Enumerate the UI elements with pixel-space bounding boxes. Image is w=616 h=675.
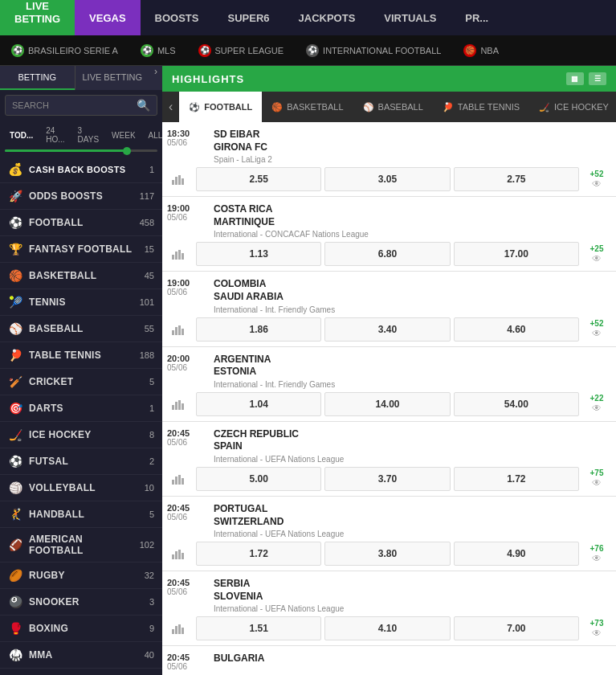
odds-btn-1-3[interactable]: 2.75 <box>454 167 579 191</box>
odds-btn-7-3[interactable]: 7.00 <box>454 616 579 640</box>
sidebar-item-fantasy-football-label: FANTASY FOOTBALL <box>29 243 138 255</box>
odds-btn-2-3[interactable]: 17.00 <box>454 242 579 266</box>
sport-filter-baseball[interactable]: ⚾ BASEBALL <box>353 92 433 122</box>
time-filter-today[interactable]: TOD... <box>5 129 38 142</box>
sport-filter-prev[interactable]: ‹ <box>162 92 179 122</box>
sidebar-item-futsal[interactable]: ⚽ FUTSAL 2 <box>0 448 162 475</box>
sport-filter-basketball[interactable]: 🏀 BASKETBALL <box>262 92 353 122</box>
stats-icon-5[interactable] <box>162 473 194 485</box>
svg-rect-10 <box>178 325 181 335</box>
nav-pr[interactable]: PR... <box>451 0 503 35</box>
match-info-1: SD EIBARGIRONA FC Spain - LaLiga 2 <box>210 122 616 167</box>
nav-virtuals[interactable]: VIRTUALS <box>369 0 451 35</box>
highlights-grid-icon[interactable]: ▦ <box>566 72 584 85</box>
matches-list: 18:30 05/06 SD EIBARGIRONA FC Spain - La… <box>162 122 616 675</box>
svg-rect-27 <box>182 628 184 634</box>
time-slider[interactable] <box>5 149 157 152</box>
odds-btn-4-1[interactable]: 1.04 <box>196 392 321 416</box>
sport-filter-table-tennis[interactable]: 🏓 TABLE TENNIS <box>433 92 529 122</box>
highlights-list-icon[interactable]: ☰ <box>589 72 606 85</box>
odds-btn-1-1[interactable]: 2.55 <box>196 167 321 191</box>
odds-row-7: 1.51 4.10 7.00 +73 👁 <box>162 616 616 645</box>
sport-tab-mls[interactable]: ⚽ MLS <box>129 35 187 65</box>
odds-btn-5-2[interactable]: 3.70 <box>324 467 450 491</box>
sidebar-item-darts[interactable]: 🎯 DARTS 1 <box>0 395 162 422</box>
odds-btn-4-3[interactable]: 54.00 <box>454 392 579 416</box>
match-card-portugal-switzerland: 20:45 05/06 PORTUGALSWITZERLAND Internat… <box>162 497 616 571</box>
nav-jackpots[interactable]: JACKPOTS <box>284 0 370 35</box>
sidebar-item-volleyball[interactable]: 🏐 VOLLEYBALL 10 <box>0 475 162 501</box>
time-filter-3days[interactable]: 3 DAYS <box>73 124 104 146</box>
odds-btn-3-1[interactable]: 1.86 <box>196 317 321 342</box>
odds-extra-6: +76 👁 <box>581 544 616 564</box>
match-card-colombia-saudi: 19:00 05/06 COLOMBIASAUDI ARABIA Interna… <box>162 272 616 346</box>
search-input[interactable] <box>12 100 132 110</box>
sidebar-item-handball[interactable]: 🤾 HANDBALL 5 <box>0 501 162 528</box>
odds-btn-5-3[interactable]: 1.72 <box>454 467 579 491</box>
sport-filter-ice-hockey[interactable]: 🏒 ICE HOCKEY <box>529 92 616 122</box>
sport-filter-football[interactable]: ⚽ FOOTBALL <box>179 92 262 122</box>
nav-vegas[interactable]: VEGAS <box>75 0 141 35</box>
time-filter-24h[interactable]: 24 HO... <box>41 124 69 146</box>
odds-btn-7-2[interactable]: 4.10 <box>324 616 450 640</box>
sidebar-item-ice-hockey[interactable]: 🏒 ICE HOCKEY 8 <box>0 422 162 448</box>
sport-tab-nba[interactable]: 🏀 NBA <box>452 35 510 65</box>
odds-extra-7: +73 👁 <box>581 619 616 639</box>
sport-tab-brasileiro[interactable]: ⚽ BRASILEIRO SERIE A <box>0 35 129 65</box>
odds-btn-2-2[interactable]: 6.80 <box>324 242 450 266</box>
sidebar-item-football[interactable]: ⚽ FOOTBALL 458 <box>0 210 162 236</box>
sidebar-collapse-arrow[interactable]: › <box>149 66 162 90</box>
odds-btn-6-2[interactable]: 3.80 <box>324 542 450 566</box>
sidebar-item-baseball-count: 55 <box>145 324 154 333</box>
stats-icon-7[interactable] <box>162 623 194 634</box>
search-box[interactable]: 🔍 <box>5 95 157 116</box>
american-football-icon: 🏈 <box>8 538 22 552</box>
nav-super6[interactable]: SUPER6 <box>213 0 284 35</box>
tab-live-betting[interactable]: LIVE BETTING <box>75 66 150 90</box>
sidebar-item-boxing[interactable]: 🥊 BOXING 9 <box>0 616 162 642</box>
stats-icon-3[interactable] <box>162 324 194 335</box>
odds-btn-6-1[interactable]: 1.72 <box>196 542 321 566</box>
sidebar-item-fantasy-football[interactable]: 🏆 FANTASY FOOTBALL 15 <box>0 236 162 263</box>
sport-filter-tabs: ‹ ⚽ FOOTBALL 🏀 BASKETBALL ⚾ BASEBALL 🏓 T… <box>162 92 616 122</box>
odds-btn-4-2[interactable]: 14.00 <box>324 392 450 416</box>
odds-btn-2-1[interactable]: 1.13 <box>196 242 321 266</box>
sidebar-item-snooker[interactable]: 🎱 SNOOKER 3 <box>0 589 162 616</box>
match-card-serbia-slovenia: 20:45 05/06 SERBIASLOVENIA International… <box>162 571 616 646</box>
sport-tab-intfootball[interactable]: ⚽ INTERNATIONAL FOOTBALL <box>295 35 452 65</box>
odds-btn-3-3[interactable]: 4.60 <box>454 317 579 342</box>
odds-btn-7-1[interactable]: 1.51 <box>196 616 321 640</box>
sport-tab-superleague[interactable]: ⚽ SUPER LEAGUE <box>187 35 296 65</box>
odds-btn-3-2[interactable]: 3.40 <box>324 317 450 342</box>
time-filter-all[interactable]: ALL <box>144 129 162 142</box>
stats-icon-6[interactable] <box>162 548 194 559</box>
sidebar-item-cash-back-boosts[interactable]: 💰 CASH BACK BOOSTS 1 <box>0 157 162 183</box>
nav-boosts[interactable]: BOOSTS <box>141 0 214 35</box>
rugby-icon: 🏉 <box>8 568 22 583</box>
match-card-bulgaria: 20:45 05/06 BULGARIA <box>162 646 616 675</box>
sidebar-item-cricket[interactable]: 🏏 CRICKET 5 <box>0 369 162 395</box>
time-filter-week[interactable]: WEEK <box>107 129 140 142</box>
sidebar-item-mma[interactable]: 🥋 MMA 40 <box>0 642 162 669</box>
match-time-1: 18:30 05/06 <box>162 122 210 153</box>
match-info-6: PORTUGALSWITZERLAND International - UEFA… <box>210 497 616 542</box>
odds-btn-6-3[interactable]: 4.90 <box>454 542 579 566</box>
sidebar-item-baseball[interactable]: ⚾ BASEBALL 55 <box>0 316 162 342</box>
odds-btn-5-1[interactable]: 5.00 <box>196 467 321 491</box>
stats-icon-2[interactable] <box>162 248 194 260</box>
sidebar-item-rugby[interactable]: 🏉 RUGBY 32 <box>0 562 162 589</box>
odds-extra-1: +52 👁 <box>581 170 616 190</box>
sidebar-item-football-label: FOOTBALL <box>29 217 133 228</box>
stats-icon-4[interactable] <box>162 399 194 410</box>
sidebar-item-table-tennis[interactable]: 🏓 TABLE TENNIS 188 <box>0 342 162 369</box>
odds-btn-1-2[interactable]: 3.05 <box>324 167 450 191</box>
nav-live-betting[interactable]: LIVE BETTING <box>0 0 75 35</box>
sidebar-item-odds-boosts[interactable]: 🚀 ODDS BOOSTS 117 <box>0 183 162 210</box>
stats-icon-1[interactable] <box>162 174 194 185</box>
sidebar-item-basketball[interactable]: 🏀 BASKETBALL 45 <box>0 263 162 289</box>
tab-betting[interactable]: BETTING <box>0 66 75 90</box>
svg-rect-17 <box>175 477 177 485</box>
match-card-costarica-martinique: 19:00 05/06 COSTA RICAMARTINIQUE Interna… <box>162 197 616 272</box>
sidebar-item-tennis[interactable]: 🎾 TENNIS 101 <box>0 289 162 316</box>
sidebar-item-american-football[interactable]: 🏈 AMERICAN FOOTBALL 102 <box>0 528 162 562</box>
